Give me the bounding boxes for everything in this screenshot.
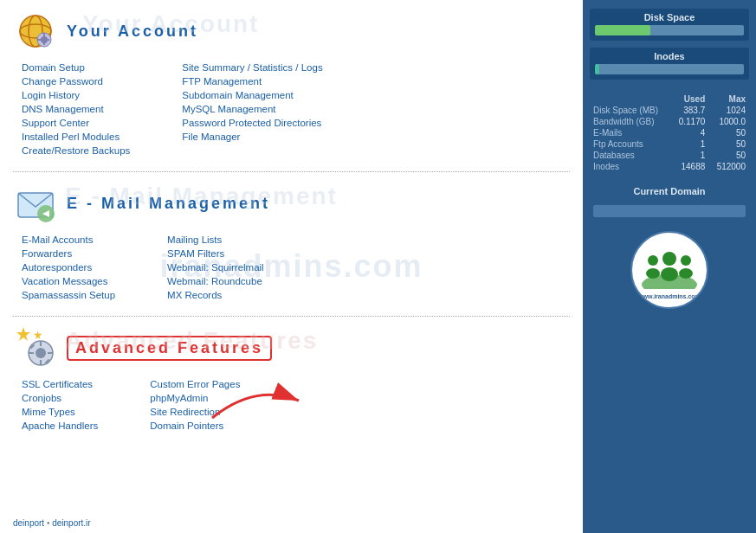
link-mime-types[interactable]: Mime Types [22,407,98,417]
link-site-redirection[interactable]: Site Redirection [150,407,240,417]
email-links-col1: E-Mail Accounts Forwarders Autoresponder… [22,234,115,300]
svg-marker-14 [34,331,42,339]
link-subdomain[interactable]: Subdomain Management [182,90,322,100]
svg-point-28 [646,268,660,279]
svg-point-29 [681,255,691,266]
svg-rect-20 [48,352,53,354]
stats-label-2: E-Mails [590,127,671,138]
current-domain-label: Current Domain [590,186,749,196]
link-change-password[interactable]: Change Password [22,76,130,87]
stats-table: Used Max Disk Space (MB)383.71024Bandwid… [590,93,749,172]
link-file-manager[interactable]: File Manager [182,132,322,142]
link-site-summary[interactable]: Site Summary / Statistics / Logs [182,62,322,73]
link-spamassassin[interactable]: Spamassassin Setup [22,290,115,300]
link-support-center[interactable]: Support Center [22,118,130,128]
stats-max-4: 50 [708,150,749,161]
advanced-links-col2: Custom Error Pages phpMyAdmin Site Redir… [150,379,240,431]
link-autoresponders[interactable]: Autoresponders [22,262,115,273]
email-section: E - Mail Management E - Mail Management … [13,181,570,300]
advanced-section: Advanced Features [13,325,570,431]
stats-row-5: Inodes14688512000 [590,161,749,172]
account-links-col2: Site Summary / Statistics / Logs FTP Man… [182,62,322,156]
stats-label-1: Bandwidth (GB) [590,116,671,127]
footer-link1[interactable]: deinport [13,518,44,528]
account-icon [13,9,58,54]
svg-rect-7 [43,42,45,45]
stats-label-0: Disk Space (MB) [590,105,671,116]
footer: deinport • deinport.ir [13,518,91,528]
svg-rect-6 [43,33,45,36]
account-title: Your Account [67,22,198,41]
inodes-label: Inodes [595,51,744,61]
stats-max-0: 1024 [708,105,749,116]
svg-rect-9 [46,39,49,41]
svg-rect-18 [40,360,42,365]
disk-space-container: Disk Space [590,9,749,41]
link-spam-filters[interactable]: SPAM Filters [167,248,264,259]
svg-point-26 [661,267,678,281]
link-ssl[interactable]: SSL Certificates [22,379,98,389]
link-mx-records[interactable]: MX Records [167,290,264,300]
stats-used-4: 1 [671,150,709,161]
inodes-bar-outer [595,64,744,74]
link-ftp-management[interactable]: FTP Management [182,76,322,87]
email-icon [13,181,58,226]
email-links-col2: Mailing Lists SPAM Filters Webmail: Squi… [167,234,264,300]
link-custom-errors[interactable]: Custom Error Pages [150,379,240,389]
advanced-title-box: Advanced Features [67,336,272,361]
stats-row-3: Ftp Accounts150 [590,138,749,150]
stats-row-1: Bandwidth (GB)0.11701000.0 [590,116,749,127]
link-squirrelmail[interactable]: Webmail: Squirrelmail [167,262,264,273]
link-mysql[interactable]: MySQL Management [182,104,322,114]
stats-max-3: 50 [708,138,749,150]
logo-circle: www.iranadmins.com [630,231,708,309]
main-content: iranadmins.com Your Account [0,0,583,533]
stats-label-5: Inodes [590,161,671,172]
svg-point-16 [36,348,46,358]
stats-row-4: Databases150 [590,150,749,161]
link-dns-management[interactable]: DNS Management [22,104,130,114]
account-links-col1: Domain Setup Change Password Login Histo… [22,62,130,156]
link-domain-setup[interactable]: Domain Setup [22,62,130,73]
svg-point-25 [662,252,676,266]
link-vacation[interactable]: Vacation Messages [22,276,115,286]
stats-used-2: 4 [671,127,709,138]
sidebar: Disk Space Inodes Used Max Disk Space (M… [583,0,756,533]
link-forwarders[interactable]: Forwarders [22,248,115,259]
link-roundcube[interactable]: Webmail: Roundcube [167,276,264,286]
stats-used-0: 383.7 [671,105,709,116]
advanced-header: Advanced Features [13,325,570,370]
link-email-accounts[interactable]: E-Mail Accounts [22,234,115,245]
link-restore-backups[interactable]: Create/Restore Backups [22,145,130,156]
stats-row-2: E-Mails450 [590,127,749,138]
advanced-title: Advanced Features [75,339,263,356]
link-cronjobs[interactable]: Cronjobs [22,393,98,403]
disk-space-label: Disk Space [595,12,744,22]
link-login-history[interactable]: Login History [22,90,130,100]
stats-max-1: 1000.0 [708,116,749,127]
advanced-links-col1: SSL Certificates Cronjobs Mime Types Apa… [22,379,98,431]
link-domain-pointers[interactable]: Domain Pointers [150,421,240,431]
svg-point-27 [648,255,658,266]
link-mailing-lists[interactable]: Mailing Lists [167,234,264,245]
svg-rect-17 [40,341,42,346]
email-header: E - Mail Management [13,181,570,226]
link-installed-perl[interactable]: Installed Perl Modules [22,132,130,142]
stats-max-2: 50 [708,127,749,138]
account-header: Your Account [13,9,570,54]
link-apache-handlers[interactable]: Apache Handlers [22,421,98,431]
col-header-max: Max [708,93,749,105]
svg-rect-8 [37,39,41,41]
disk-bar-outer [595,25,744,35]
inodes-container: Inodes [590,48,749,80]
stats-used-1: 0.1170 [671,116,709,127]
svg-marker-13 [16,327,30,341]
stats-label-3: Ftp Accounts [590,138,671,150]
link-phpmyadmin[interactable]: phpMyAdmin [150,393,240,403]
footer-link2[interactable]: deinport.ir [52,518,90,528]
advanced-icon [13,325,58,370]
svg-rect-19 [29,352,34,354]
domain-value [593,205,746,217]
link-password-dirs[interactable]: Password Protected Directories [182,118,322,128]
svg-point-30 [679,268,693,279]
